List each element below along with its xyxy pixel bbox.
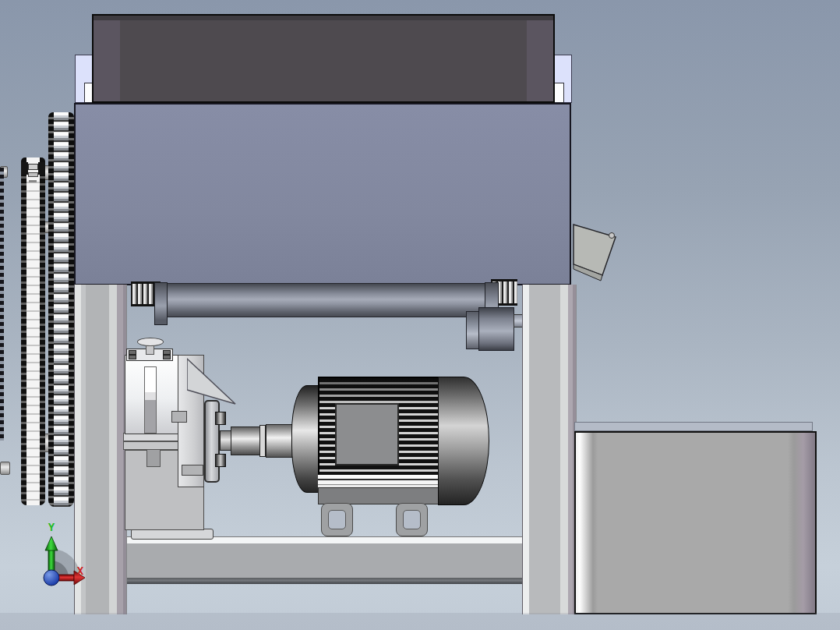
frame-rail-shadow-strip — [127, 578, 522, 584]
roller-chain-tall — [48, 112, 74, 507]
origin-sphere — [44, 570, 59, 586]
motor-foot-left — [321, 503, 353, 536]
drum-top-face — [94, 16, 553, 20]
tensioner-knob-stem — [146, 345, 154, 355]
gearbox-side-bolt-2 — [182, 465, 203, 476]
gearbox-slot-guide — [144, 366, 157, 434]
side-box-top-face — [574, 422, 813, 431]
drum-shoulder-right — [527, 20, 553, 101]
y-axis-label: Y — [44, 521, 59, 533]
motor-foot-right — [396, 503, 428, 536]
frame-leg-right — [522, 285, 577, 614]
discharge-chute — [567, 217, 622, 284]
chute-knob — [609, 233, 615, 239]
housing-panel — [74, 103, 571, 285]
motor-foot-cutout — [403, 510, 421, 529]
top-roller — [156, 283, 499, 317]
chain-edge-sliver — [0, 168, 4, 441]
cad-viewport[interactable]: Y X — [0, 0, 840, 630]
motor-junction-box — [335, 403, 399, 465]
drum — [92, 14, 555, 103]
motor-foot-cutout — [328, 510, 346, 529]
y-axis-arrowhead — [45, 536, 58, 550]
side-box — [574, 431, 817, 614]
drive-shaft-ring — [259, 425, 266, 457]
ground-shade — [0, 613, 840, 630]
motor-end-cap-right — [438, 377, 489, 505]
flange-bolt-bottom — [215, 454, 226, 467]
motor-lower-band — [318, 475, 440, 487]
roller-chain-short — [21, 158, 45, 505]
shaft-stub-edge-lower — [0, 462, 10, 475]
x-axis-label: X — [72, 565, 88, 577]
frame-rail — [127, 543, 522, 578]
bolt — [129, 355, 136, 359]
chain-top-bracket-left — [21, 162, 28, 175]
motor-end-cap-left — [291, 385, 321, 493]
chain-top-bearing — [28, 164, 38, 170]
gearbox-foot-plate — [131, 529, 214, 540]
flange-bolt-top — [215, 412, 226, 425]
gearbox-side-bolt — [171, 411, 187, 423]
gearbox-notch — [146, 450, 161, 467]
drive-shaft-mid — [231, 426, 260, 455]
bearing-hub-body — [478, 307, 514, 351]
orientation-triad — [14, 513, 108, 630]
drum-shoulder-left — [94, 20, 120, 101]
roller-collar-left — [154, 282, 168, 325]
chain-top-bearing-2 — [28, 172, 38, 177]
motor-base-strip — [318, 487, 440, 504]
chain-top-pin — [29, 180, 37, 182]
bolt — [163, 355, 171, 359]
chain-top-bracket-right — [38, 162, 45, 175]
